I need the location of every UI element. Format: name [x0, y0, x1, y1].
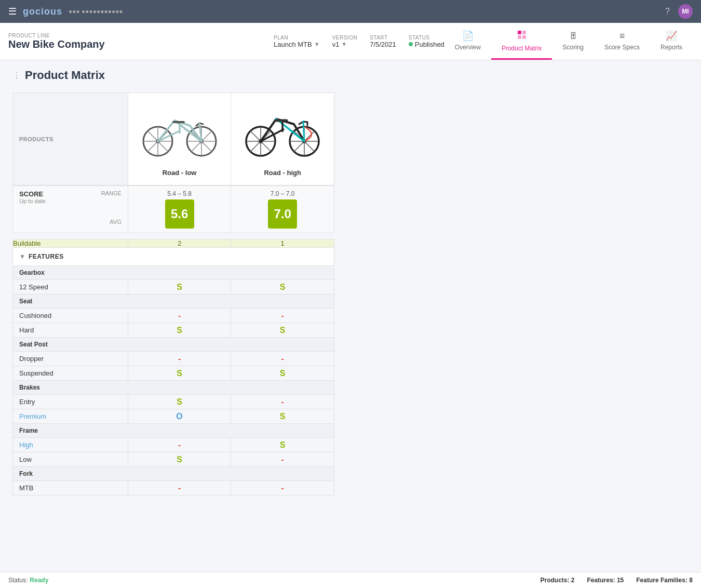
menu-icon[interactable]: ☰: [8, 6, 17, 17]
dash-dropper-1: -: [281, 354, 284, 363]
plan-meta: PLAN Launch MTB ▼: [274, 35, 320, 48]
reports-icon: 📈: [666, 30, 677, 42]
feature-group-frame: Frame: [13, 424, 334, 438]
feature-item-high: High - S: [13, 438, 334, 452]
drag-handle-icon[interactable]: ⋮: [12, 71, 21, 81]
start-meta: START 7/5/2021: [370, 35, 396, 48]
tab-overview-label: Overview: [455, 44, 481, 51]
nav-tabs: 📄 Overview Product Matrix 🎚 Scoring ≡ Sc…: [444, 23, 693, 60]
status-dot: [409, 42, 413, 46]
start-value: 7/5/2021: [370, 41, 396, 48]
svg-rect-3: [522, 35, 526, 39]
tab-product-matrix[interactable]: Product Matrix: [491, 23, 552, 60]
check-s-premium-1: S: [280, 412, 286, 421]
product-image-road-high: [236, 97, 329, 165]
spacer-row: [13, 233, 334, 239]
version-value[interactable]: v1 ▼: [332, 41, 358, 48]
check-s-suspended-1: S: [280, 369, 286, 378]
product-line-label: PRODUCT LINE: [8, 33, 257, 38]
dash-dropper-0: -: [178, 354, 181, 363]
svg-rect-2: [518, 35, 521, 39]
top-bar: ☰ gocious ●●● ●●●●●●●●●●● ? MI: [0, 0, 701, 23]
check-o-premium-0: O: [176, 412, 182, 421]
score-specs-icon: ≡: [619, 31, 625, 42]
product-matrix-icon: [517, 30, 527, 43]
check-s-high-1: S: [280, 440, 286, 449]
url-display: ●●● ●●●●●●●●●●●: [69, 8, 659, 15]
features-header-row: ▼ FEATURES: [13, 248, 334, 266]
score-row: SCORE Up to date RANGE AVG 5.4 – 5.8 5.6…: [13, 185, 334, 233]
version-label: VERSION: [332, 35, 358, 41]
sub-header-meta: PLAN Launch MTB ▼ VERSION v1 ▼ START 7/5…: [274, 35, 444, 48]
features-label: FEATURES: [29, 253, 64, 260]
score-range-road-low: 5.4 – 5.8: [132, 190, 227, 197]
start-label: START: [370, 35, 396, 41]
matrix-table: PRODUCTS: [12, 92, 334, 496]
feature-group-seatpost: Seat Post: [13, 338, 334, 352]
plan-value[interactable]: Launch MTB ▼: [274, 41, 320, 48]
feature-item-suspended: Suspended S S: [13, 366, 334, 381]
product-col-road-low: Road - low: [128, 93, 231, 186]
sub-header: PRODUCT LINE New Bike Company PLAN Launc…: [0, 23, 701, 60]
tab-score-specs[interactable]: ≡ Score Specs: [594, 24, 650, 59]
plan-label: PLAN: [274, 35, 320, 41]
buildable-row: Buildable 2 1: [13, 239, 334, 248]
tab-reports[interactable]: 📈 Reports: [650, 24, 693, 59]
status-label: Status:: [8, 577, 28, 584]
feature-group-gearbox: Gearbox: [13, 266, 334, 280]
product-name-road-high: Road - high: [235, 165, 330, 181]
feature-item-low: Low S -: [13, 452, 334, 467]
check-s-low-0: S: [177, 455, 182, 464]
sub-header-info: PRODUCT LINE New Bike Company: [8, 33, 257, 50]
product-col-road-high: Road - high: [231, 93, 334, 186]
feature-group-fork: Fork: [13, 467, 334, 481]
version-dropdown-icon[interactable]: ▼: [341, 41, 347, 47]
product-name: New Bike Company: [8, 38, 257, 50]
scoring-icon: 🎚: [569, 31, 578, 42]
products-metric: Products: 2: [540, 577, 574, 584]
dash-mtb-0: -: [178, 484, 181, 492]
tab-scoring-label: Scoring: [562, 44, 584, 51]
svg-rect-0: [518, 31, 521, 34]
buildable-val-0: 2: [128, 239, 231, 248]
top-bar-right: ? MI: [665, 4, 693, 19]
score-cell-road-high: 7.0 – 7.0 7.0: [231, 185, 334, 233]
dash-cushioned-0: -: [178, 311, 181, 320]
app-logo: gocious: [23, 6, 62, 17]
tab-product-matrix-label: Product Matrix: [502, 45, 542, 52]
products-header-row: PRODUCTS: [13, 93, 334, 186]
help-icon[interactable]: ?: [665, 7, 670, 16]
avg-label: AVG: [19, 219, 122, 225]
avatar[interactable]: MI: [678, 4, 693, 19]
features-metric: Features: 15: [587, 577, 624, 584]
score-title: SCORE: [19, 190, 46, 198]
feature-item-dropper: Dropper - -: [13, 352, 334, 366]
page-title-row: ⋮ Product Matrix: [12, 69, 689, 82]
tab-scoring[interactable]: 🎚 Scoring: [552, 24, 594, 59]
score-range-road-high: 7.0 – 7.0: [235, 190, 330, 197]
overview-icon: 📄: [462, 30, 474, 42]
check-s-hard-0: S: [177, 326, 182, 335]
feature-item-12speed: 12 Speed S S: [13, 280, 334, 295]
feature-item-hard: Hard S S: [13, 323, 334, 338]
check-s-12speed-0: S: [177, 283, 182, 291]
tab-overview[interactable]: 📄 Overview: [444, 24, 491, 59]
score-badge-road-low: 5.6: [165, 199, 194, 229]
check-s-hard-1: S: [280, 326, 286, 335]
dash-high-0: -: [178, 440, 181, 449]
range-label: RANGE: [101, 190, 122, 196]
status-value: Published: [409, 41, 444, 48]
plan-dropdown-icon[interactable]: ▼: [314, 41, 320, 47]
buildable-val-1: 1: [231, 239, 334, 248]
buildable-label: Buildable: [13, 239, 128, 248]
main-wrapper: ⋮ Product Matrix PRODUCTS: [0, 60, 701, 588]
check-s-suspended-0: S: [177, 369, 182, 378]
tab-score-specs-label: Score Specs: [604, 44, 640, 51]
score-subtitle: Up to date: [19, 198, 46, 204]
check-s-12speed-1: S: [280, 283, 286, 291]
main-content: ⋮ Product Matrix PRODUCTS: [0, 60, 701, 567]
features-count: 15: [617, 577, 624, 584]
families-count: 8: [689, 577, 693, 584]
features-chevron-icon[interactable]: ▼: [19, 253, 25, 260]
status-bar-metrics: Products: 2 Features: 15 Feature Familie…: [540, 577, 693, 584]
